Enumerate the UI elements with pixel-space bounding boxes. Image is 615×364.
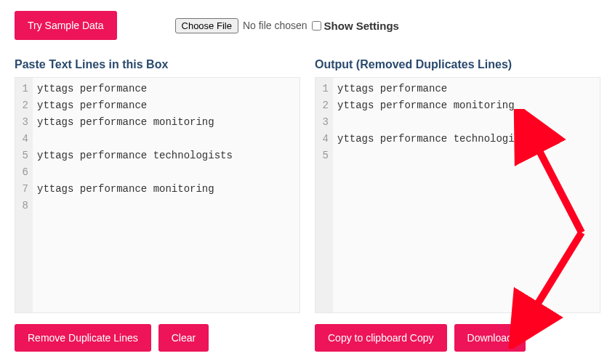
output-buttons: Copy to clipboard Copy Download xyxy=(315,324,600,352)
editor-line xyxy=(37,164,295,181)
line-number: 1 xyxy=(318,81,329,97)
copy-button[interactable]: Copy to clipboard Copy xyxy=(315,324,447,352)
editor-line: yttags performance monitoring xyxy=(37,114,295,131)
editor-line xyxy=(37,198,295,214)
download-button[interactable]: Download xyxy=(454,324,526,352)
output-gutter: 12345 xyxy=(315,78,333,312)
editor-line: yttags performance monitoring xyxy=(337,97,595,114)
editor-line xyxy=(337,147,595,164)
editor-line xyxy=(337,114,595,131)
show-settings-label: Show Settings xyxy=(324,20,399,32)
show-settings-checkbox[interactable] xyxy=(312,21,321,31)
input-header: Paste Text Lines in this Box xyxy=(15,58,300,71)
line-number: 8 xyxy=(18,198,28,214)
editor-line: yttags performance xyxy=(337,81,595,97)
choose-file-button[interactable]: Choose File xyxy=(175,18,238,33)
line-number: 7 xyxy=(18,181,28,198)
input-content[interactable]: yttags performanceyttags performanceytta… xyxy=(33,78,300,312)
line-number: 1 xyxy=(18,81,28,97)
output-editor[interactable]: 12345 yttags performanceyttags performan… xyxy=(315,77,600,313)
input-editor[interactable]: 12345678 yttags performanceyttags perfor… xyxy=(15,77,300,313)
line-number: 2 xyxy=(18,97,28,114)
no-file-label: No file chosen xyxy=(243,20,308,31)
input-column: Paste Text Lines in this Box 12345678 yt… xyxy=(15,58,300,352)
line-number: 6 xyxy=(18,164,28,181)
top-controls: Try Sample Data Choose File No file chos… xyxy=(15,11,600,40)
line-number: 4 xyxy=(318,131,329,147)
output-content: yttags performanceyttags performance mon… xyxy=(333,78,600,312)
line-number: 5 xyxy=(18,147,28,164)
input-gutter: 12345678 xyxy=(15,78,33,312)
file-chooser-area: Choose File No file chosen Show Settings xyxy=(175,18,399,33)
main-columns: Paste Text Lines in this Box 12345678 yt… xyxy=(15,58,600,352)
editor-line: yttags performance technologists xyxy=(37,147,295,164)
input-buttons: Remove Duplicate Lines Clear xyxy=(15,324,300,352)
try-sample-button[interactable]: Try Sample Data xyxy=(15,11,117,40)
show-settings-wrap: Show Settings xyxy=(312,20,399,32)
line-number: 5 xyxy=(318,147,329,164)
editor-line: yttags performance technologists xyxy=(337,131,595,147)
editor-line: yttags performance xyxy=(37,81,295,97)
clear-button[interactable]: Clear xyxy=(158,324,209,352)
output-header: Output (Removed Duplicates Lines) xyxy=(315,58,600,71)
line-number: 2 xyxy=(318,97,329,114)
line-number: 3 xyxy=(318,114,329,131)
editor-line xyxy=(37,131,295,147)
line-number: 3 xyxy=(18,114,28,131)
remove-duplicates-button[interactable]: Remove Duplicate Lines xyxy=(15,324,151,352)
editor-line: yttags performance monitoring xyxy=(37,181,295,198)
editor-line: yttags performance xyxy=(37,97,295,114)
line-number: 4 xyxy=(18,131,28,147)
output-column: Output (Removed Duplicates Lines) 12345 … xyxy=(315,58,600,352)
